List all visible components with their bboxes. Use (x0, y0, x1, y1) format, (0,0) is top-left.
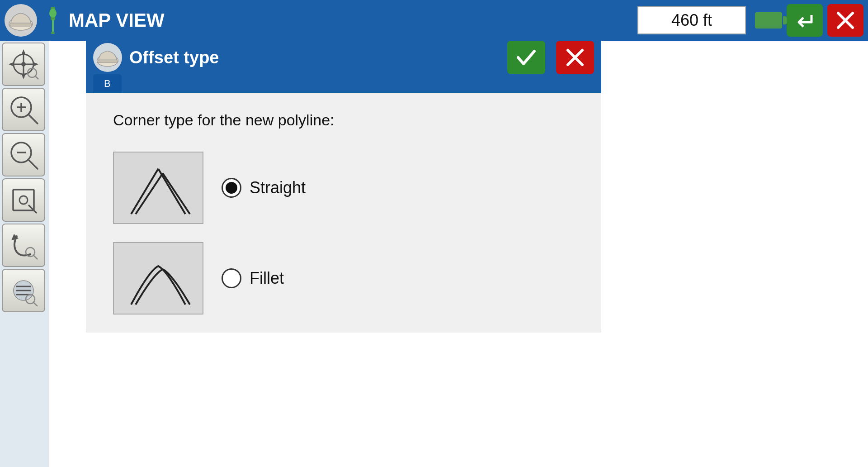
radio-fillet[interactable]: Fillet (222, 268, 284, 288)
svg-point-15 (21, 62, 26, 67)
straight-option-image (113, 152, 203, 224)
undo-icon (8, 229, 39, 261)
top-bar: MAP VIEW 460 ft (0, 0, 868, 41)
svg-point-26 (19, 196, 28, 204)
svg-marker-11 (21, 49, 26, 55)
enter-button[interactable] (787, 4, 823, 37)
svg-rect-38 (98, 60, 117, 62)
option-fillet-row: Fillet (113, 242, 574, 315)
sidebar-zoom-out-button[interactable] (2, 133, 45, 176)
svg-line-30 (33, 255, 38, 259)
helmet-icon (7, 7, 34, 34)
offset-type-dialog: Offset type B Corner type for the new po… (86, 41, 601, 330)
dialog-header-logo (93, 43, 122, 72)
zoom-in-icon (8, 94, 39, 125)
svg-line-44 (163, 173, 190, 214)
tool-icon (42, 6, 64, 34)
dialog-confirm-button[interactable] (507, 41, 545, 74)
svg-line-27 (29, 205, 36, 213)
radio-straight[interactable]: Straight (222, 178, 306, 198)
dialog-close-icon (565, 48, 585, 67)
zoom-out-icon (8, 139, 39, 171)
radio-straight-circle[interactable] (222, 178, 241, 198)
svg-marker-28 (11, 234, 19, 240)
sidebar-extent-button[interactable] (2, 178, 45, 222)
svg-point-3 (49, 9, 57, 18)
svg-marker-13 (9, 62, 14, 67)
close-button[interactable] (827, 4, 863, 37)
dialog-prompt: Corner type for the new polyline: (113, 111, 574, 129)
svg-point-5 (51, 32, 55, 34)
svg-line-43 (136, 173, 163, 214)
close-x-icon (835, 10, 855, 30)
radio-fillet-label: Fillet (250, 269, 284, 288)
dialog-helmet-icon (95, 45, 120, 70)
radio-fillet-circle[interactable] (222, 268, 241, 288)
sidebar-undo-button[interactable] (2, 224, 45, 267)
option-straight-row: Straight (113, 152, 574, 224)
dialog-options: Straight Fillet (113, 152, 574, 315)
dialog-tab-strip: B (86, 74, 601, 93)
dialog-tab-b[interactable]: B (93, 74, 122, 93)
svg-line-24 (29, 160, 38, 169)
svg-marker-14 (33, 62, 38, 67)
extent-icon (8, 184, 39, 216)
fillet-lines-icon (118, 246, 199, 311)
battery-icon (755, 12, 782, 29)
svg-rect-1 (10, 23, 32, 26)
dialog-body: Corner type for the new polyline: Straig… (86, 93, 601, 333)
sidebar-layers-button[interactable] (2, 269, 45, 312)
fillet-option-image (113, 242, 203, 315)
svg-line-41 (131, 169, 158, 214)
sidebar (0, 41, 49, 467)
pin-icon (44, 7, 62, 34)
page-title: MAP VIEW (69, 10, 633, 31)
svg-line-36 (33, 302, 38, 306)
pan-icon (8, 48, 39, 80)
layers-icon (8, 275, 39, 306)
svg-line-21 (29, 115, 38, 124)
checkmark-icon (515, 48, 537, 67)
distance-display: 460 ft (637, 6, 746, 34)
straight-lines-icon (118, 155, 199, 221)
svg-marker-12 (21, 74, 26, 79)
sidebar-pan-button[interactable] (2, 43, 45, 86)
dialog-header: Offset type (86, 41, 601, 74)
sidebar-zoom-in-button[interactable] (2, 88, 45, 131)
app-logo (5, 4, 37, 37)
svg-line-17 (35, 76, 38, 79)
dialog-title: Offset type (129, 48, 496, 67)
enter-arrow-icon (793, 11, 816, 29)
radio-straight-label: Straight (250, 178, 306, 197)
dialog-cancel-button[interactable] (556, 41, 594, 74)
